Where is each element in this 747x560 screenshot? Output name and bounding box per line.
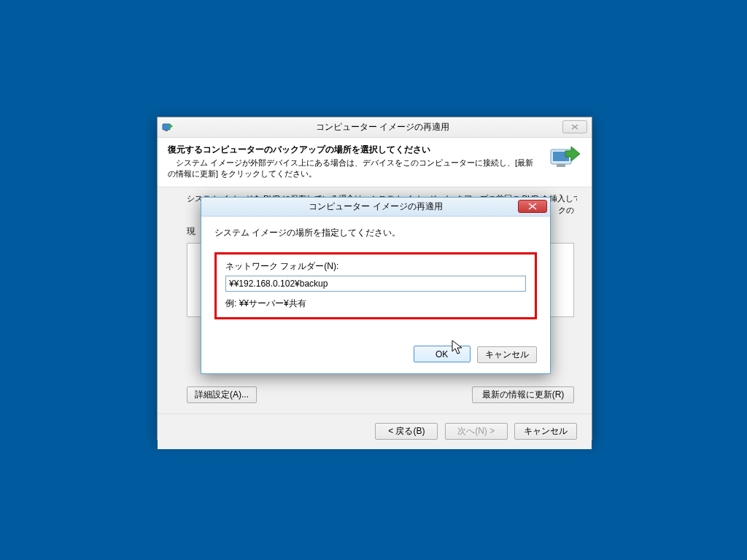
dialog-titlebar: コンピューター イメージの再適用 [201, 198, 550, 217]
wizard-footer: < 戻る(B) 次へ(N) > キャンセル [158, 414, 592, 449]
wizard-subtext: システム イメージが外部デバイス上にある場合は、デバイスをこのコンピューターに接… [168, 158, 539, 179]
wizard-close-button [562, 120, 587, 133]
wizard-cancel-button[interactable]: キャンセル [514, 423, 577, 440]
network-folder-example: 例: ¥¥サーバー¥共有 [225, 298, 526, 310]
wizard-title: コンピューター イメージの再適用 [174, 121, 592, 133]
cancel-button[interactable]: キャンセル [477, 346, 537, 363]
next-button: 次へ(N) > [445, 423, 508, 440]
restore-icon [546, 144, 581, 173]
wizard-titlebar: コンピューター イメージの再適用 [158, 117, 592, 138]
highlight-box: ネットワーク フォルダー(N): 例: ¥¥サーバー¥共有 [214, 252, 537, 319]
dialog-buttons: OK キャンセル [201, 331, 550, 373]
network-folder-input[interactable] [225, 276, 526, 292]
dialog-close-button[interactable] [518, 200, 547, 213]
svg-rect-1 [165, 130, 168, 131]
network-folder-label: ネットワーク フォルダー(N): [225, 260, 526, 273]
refresh-button[interactable]: 最新の情報に更新(R) [472, 386, 574, 403]
svg-rect-0 [163, 124, 170, 130]
dialog-body: システム イメージの場所を指定してください。 ネットワーク フォルダー(N): … [201, 217, 550, 331]
wizard-header: 復元するコンピューターのバックアップの場所を選択してください システム イメージ… [158, 138, 592, 187]
ok-button[interactable]: OK [414, 346, 471, 362]
advanced-button[interactable]: 詳細設定(A)... [187, 386, 257, 403]
dialog-instruction: システム イメージの場所を指定してください。 [214, 227, 537, 239]
wizard-sysicon [162, 122, 174, 133]
dvd-hint-line2: クの [558, 205, 574, 216]
dialog-title: コンピューター イメージの再適用 [201, 201, 550, 213]
wizard-heading: 復元するコンピューターのバックアップの場所を選択してください [168, 144, 539, 156]
svg-rect-4 [557, 164, 565, 167]
back-button[interactable]: < 戻る(B) [375, 423, 438, 440]
current-label-fragment: 現 [187, 225, 196, 238]
network-folder-dialog: コンピューター イメージの再適用 システム イメージの場所を指定してください。 … [201, 197, 551, 374]
